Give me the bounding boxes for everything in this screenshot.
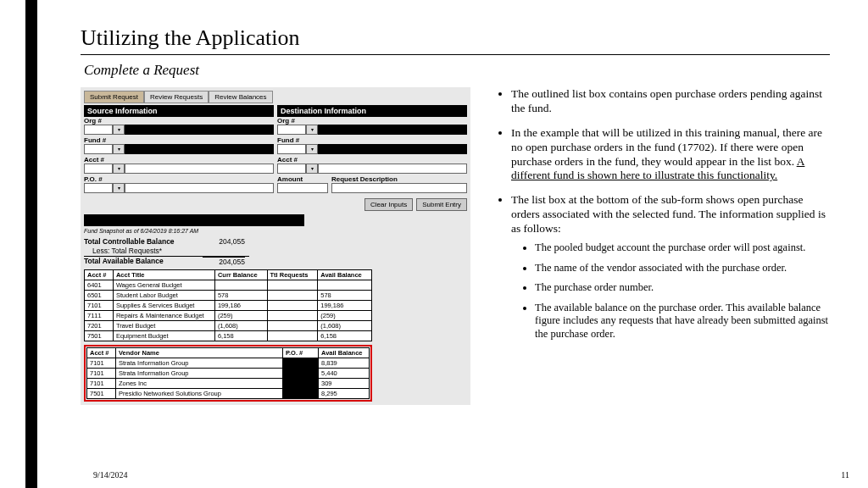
dest-fund-label: Fund #: [277, 136, 467, 144]
table-row: 6501Student Labor Budget578578: [85, 291, 372, 301]
table-row: 7201Travel Budget(1,608)(1,608): [85, 321, 372, 331]
app-screenshot: Submit Request Review Requests Review Ba…: [81, 87, 470, 405]
less-label: Less: Total Requests*: [92, 247, 211, 255]
page-subtitle: Complete a Request: [84, 62, 830, 79]
slide-accent-bar: [25, 0, 37, 488]
org-label: Org #: [84, 117, 274, 125]
dest-org-input[interactable]: [277, 125, 306, 135]
tcb-label: Total Controllable Balance: [84, 237, 203, 246]
dest-acct-desc: [318, 164, 467, 174]
sub-bullet-item: The pooled budget account the purchase o…: [535, 241, 830, 255]
dest-fund-drop[interactable]: ▾: [306, 144, 318, 154]
dest-fund-input[interactable]: [277, 144, 306, 154]
sub-bullet-item: The available balance on the purchase or…: [535, 302, 830, 341]
explanation-text: The outlined list box contains open purc…: [496, 87, 830, 405]
dest-acct-label: Acct #: [277, 156, 467, 164]
dest-org-desc: [318, 125, 467, 135]
amount-label: Amount: [277, 175, 328, 183]
po-table: Acct # Vendor Name P.O. # Avail Balance …: [86, 347, 370, 399]
src-org-input[interactable]: [84, 125, 113, 135]
bullet-item: The list box at the bottom of the sub-fo…: [511, 193, 830, 341]
fund-selector-block: [84, 214, 304, 226]
sub-bullet-item: The purchase order number.: [535, 281, 830, 295]
snapshot-text: Fund Snapshot as of 6/24/2019 8:16:27 AM: [84, 228, 467, 234]
src-org-desc: [125, 125, 274, 135]
tab-submit-request[interactable]: Submit Request: [84, 91, 144, 103]
table-row: 7101Supplies & Services Budget199,186199…: [85, 301, 372, 311]
po-listbox-highlight: Acct # Vendor Name P.O. # Avail Balance …: [84, 345, 372, 402]
source-header: Source Information: [84, 105, 274, 117]
fund-label: Fund #: [84, 136, 274, 144]
submit-entry-button[interactable]: Submit Entry: [416, 198, 467, 211]
table-header-row: Acct # Acct Title Curr Balance Ttl Reque…: [85, 270, 372, 280]
clear-inputs-button[interactable]: Clear Inputs: [364, 198, 413, 211]
amount-input[interactable]: [277, 183, 328, 193]
src-po-input[interactable]: [84, 183, 113, 193]
src-acct-input[interactable]: [84, 164, 113, 174]
footer-date: 9/14/2024: [93, 470, 128, 480]
reqdesc-input[interactable]: [331, 183, 467, 193]
page-title: Utilizing the Application: [81, 25, 830, 55]
table-row: 7101Zones Inc309: [87, 379, 370, 389]
tab-review-requests[interactable]: Review Requests: [144, 91, 209, 103]
table-header-row: Acct # Vendor Name P.O. # Avail Balance: [87, 348, 370, 358]
tab-val: 204,055: [203, 257, 245, 266]
dest-fund-desc: [318, 144, 467, 154]
dest-org-label: Org #: [277, 117, 467, 125]
table-row: 7501Equipment Budget6,1586,158: [85, 331, 372, 341]
src-fund-drop[interactable]: ▾: [113, 144, 125, 154]
table-row: 7111Repairs & Maintenance Budget(259)(25…: [85, 311, 372, 321]
bullet-item: In the example that will be utilized in …: [511, 126, 830, 184]
footer-page-number: 11: [841, 470, 849, 480]
sub-bullet-item: The name of the vendor associated with t…: [535, 262, 830, 275]
src-po-desc: [125, 183, 274, 193]
bullet-item: The outlined list box contains open purc…: [511, 87, 830, 116]
tab-label: Total Available Balance: [84, 257, 203, 266]
src-fund-input[interactable]: [84, 144, 113, 154]
src-po-drop[interactable]: ▾: [113, 183, 125, 193]
reqdesc-label: Request Description: [331, 175, 467, 183]
acct-label: Acct #: [84, 156, 274, 164]
dest-org-drop[interactable]: ▾: [306, 125, 318, 135]
dest-header: Destination Information: [277, 105, 467, 117]
src-acct-desc: [125, 164, 274, 174]
src-fund-desc: [125, 144, 274, 154]
dest-acct-input[interactable]: [277, 164, 306, 174]
slide-content: Utilizing the Application Complete a Req…: [81, 25, 830, 405]
less-val: [211, 247, 253, 255]
po-label: P.O. #: [84, 175, 274, 183]
table-row: 6401Wages General Budget: [85, 280, 372, 291]
tcb-val: 204,055: [203, 237, 245, 246]
dest-acct-drop[interactable]: ▾: [306, 164, 318, 174]
src-acct-drop[interactable]: ▾: [113, 164, 125, 174]
tab-bar: Submit Request Review Requests Review Ba…: [84, 91, 467, 103]
src-org-drop[interactable]: ▾: [113, 125, 125, 135]
table-row: 7101Strata Information Group8,839: [87, 358, 370, 369]
table-row: 7501Presidio Networked Solutions Group8,…: [87, 389, 370, 399]
tab-review-balances[interactable]: Review Balances: [209, 91, 272, 103]
acct-table: Acct # Acct Title Curr Balance Ttl Reque…: [84, 269, 372, 341]
table-row: 7101Strata Information Group5,440: [87, 369, 370, 379]
